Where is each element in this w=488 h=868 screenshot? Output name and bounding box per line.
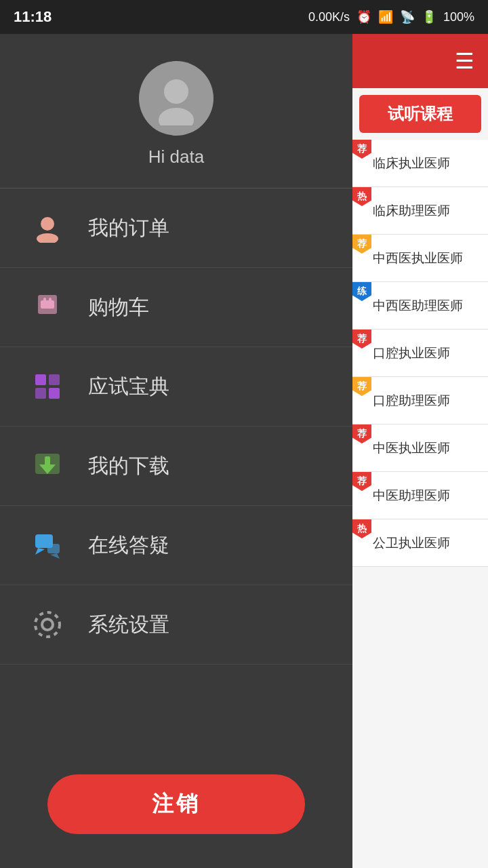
svg-rect-5 — [41, 300, 54, 309]
course-badge: 热 — [352, 187, 371, 206]
svg-rect-7 — [49, 298, 52, 303]
main-panel: ☰ 试听课程 荐 临床执业医师 热 临床助理医师 荐 中西医执业医师 练 中西医… — [352, 34, 488, 868]
menu-item-exam[interactable]: 应试宝典 — [0, 347, 352, 427]
svg-rect-10 — [35, 388, 46, 399]
list-item[interactable]: 荐 口腔助理医师 — [352, 377, 488, 425]
signal-icon: 📡 — [400, 9, 415, 24]
cart-icon — [27, 287, 68, 328]
course-name: 中医执业医师 — [373, 439, 450, 457]
svg-rect-17 — [47, 544, 60, 553]
course-badge: 荐 — [352, 377, 371, 396]
logout-area: 注销 — [0, 754, 352, 868]
list-item[interactable]: 练 中西医助理医师 — [352, 282, 488, 330]
course-list: 荐 临床执业医师 热 临床助理医师 荐 中西医执业医师 练 中西医助理医师 荐 … — [352, 140, 488, 567]
menu-item-settings[interactable]: 系统设置 — [0, 585, 352, 665]
list-item[interactable]: 荐 口腔执业医师 — [352, 330, 488, 377]
svg-rect-8 — [35, 374, 46, 385]
list-item[interactable]: 热 公卫执业医师 — [352, 519, 488, 567]
course-name: 口腔助理医师 — [373, 392, 450, 410]
trial-course-button[interactable]: 试听课程 — [359, 95, 481, 133]
menu-label-download: 我的下载 — [88, 452, 169, 480]
menu-label-chat: 在线答疑 — [88, 532, 169, 559]
course-badge: 荐 — [352, 472, 371, 491]
battery-percent: 100% — [443, 10, 474, 24]
download-icon — [27, 446, 68, 486]
chat-icon — [27, 525, 68, 566]
course-badge: 荐 — [352, 235, 371, 254]
menu-item-cart[interactable]: 购物车 — [0, 268, 352, 347]
menu-item-orders[interactable]: 我的订单 — [0, 189, 352, 268]
svg-marker-18 — [50, 553, 60, 559]
menu-item-download[interactable]: 我的下载 — [0, 427, 352, 506]
network-speed: 0.00K/s — [308, 10, 350, 24]
course-name: 临床执业医师 — [373, 155, 450, 172]
exam-icon — [27, 366, 68, 407]
status-right: 0.00K/s ⏰ 📶 📡 🔋 100% — [308, 9, 474, 24]
course-badge: 荐 — [352, 330, 371, 349]
list-item[interactable]: 荐 临床执业医师 — [352, 140, 488, 187]
course-name: 中西医助理医师 — [373, 297, 463, 315]
list-item[interactable]: 荐 中医助理医师 — [352, 472, 488, 519]
svg-rect-6 — [43, 298, 46, 303]
svg-point-0 — [164, 79, 188, 104]
course-badge: 荐 — [352, 425, 371, 443]
course-badge: 热 — [352, 519, 371, 538]
menu-list: 我的订单 购物车 应试宝典 我的下载 — [0, 189, 352, 754]
wifi-icon: 📶 — [378, 9, 393, 24]
course-name: 临床助理医师 — [373, 202, 450, 220]
status-time: 11:18 — [14, 8, 52, 26]
svg-rect-9 — [49, 374, 60, 385]
avatar[interactable] — [139, 61, 214, 136]
svg-rect-11 — [49, 388, 60, 399]
list-item[interactable]: 荐 中西医执业医师 — [352, 235, 488, 282]
svg-marker-16 — [35, 548, 45, 555]
logout-button[interactable]: 注销 — [47, 774, 305, 834]
course-badge: 练 — [352, 282, 371, 301]
course-badge: 荐 — [352, 140, 371, 159]
list-item[interactable]: 热 临床助理医师 — [352, 187, 488, 235]
svg-point-19 — [42, 619, 53, 630]
svg-point-2 — [41, 217, 54, 231]
battery-icon: 🔋 — [422, 9, 436, 24]
alarm-icon: ⏰ — [357, 9, 371, 24]
menu-label-cart: 购物车 — [88, 294, 149, 321]
menu-item-chat[interactable]: 在线答疑 — [0, 506, 352, 585]
status-bar: 11:18 0.00K/s ⏰ 📶 📡 🔋 100% — [0, 0, 488, 34]
course-name: 中医助理医师 — [373, 487, 450, 505]
profile-area: Hi data — [0, 34, 352, 189]
hamburger-icon[interactable]: ☰ — [455, 48, 474, 74]
order-icon — [27, 208, 68, 248]
svg-point-3 — [37, 233, 58, 243]
list-item[interactable]: 荐 中医执业医师 — [352, 425, 488, 472]
svg-rect-14 — [45, 456, 50, 467]
course-name: 口腔执业医师 — [373, 344, 450, 362]
main-header: ☰ — [352, 34, 488, 88]
course-name: 中西医执业医师 — [373, 250, 463, 267]
settings-icon — [27, 604, 68, 645]
svg-point-1 — [159, 108, 194, 125]
drawer: Hi data 我的订单 购物车 应试宝典 — [0, 34, 352, 868]
menu-label-orders: 我的订单 — [88, 214, 169, 242]
svg-point-20 — [35, 612, 60, 637]
menu-label-settings: 系统设置 — [88, 611, 169, 639]
menu-label-exam: 应试宝典 — [88, 373, 169, 401]
course-name: 公卫执业医师 — [373, 534, 450, 552]
greeting-text: Hi data — [148, 146, 204, 167]
